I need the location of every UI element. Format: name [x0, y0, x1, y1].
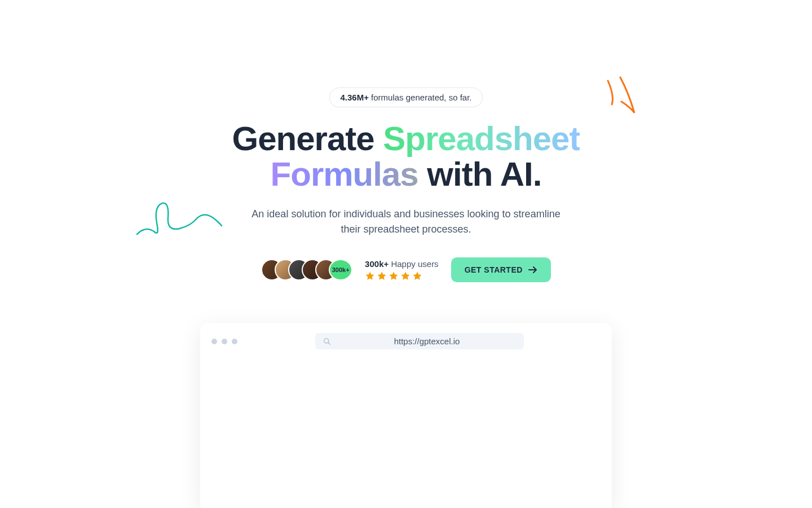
browser-body	[211, 349, 601, 502]
get-started-button[interactable]: GET STARTED	[451, 257, 551, 282]
rating-stars	[365, 271, 439, 281]
url-bar: https://gptexcel.io	[315, 333, 524, 349]
window-dot	[232, 339, 237, 344]
browser-toolbar: https://gptexcel.io	[211, 333, 601, 349]
star-icon	[389, 271, 399, 281]
star-icon	[412, 271, 422, 281]
decorative-scribble-right-icon	[603, 76, 643, 119]
cta-label: GET STARTED	[465, 265, 523, 274]
star-icon	[377, 271, 387, 281]
star-icon	[400, 271, 411, 281]
subheadline: An ideal solution for individuals and bu…	[248, 207, 564, 237]
stats-count: 4.36M+	[340, 93, 368, 102]
users-count: 300k+	[365, 259, 389, 269]
window-dot	[222, 339, 227, 344]
cta-row: 300k+ 300k+ Happy users GET STARTED	[261, 257, 551, 282]
avatar-count-badge: 300k+	[329, 259, 352, 281]
stats-suffix: formulas generated, so far.	[371, 93, 471, 102]
star-icon	[365, 271, 375, 281]
url-text: https://gptexcel.io	[338, 336, 516, 346]
search-icon	[323, 338, 331, 345]
headline-formulas: Formulas	[271, 155, 418, 193]
headline: Generate Spreadsheet Formulas with AI.	[232, 121, 580, 192]
arrow-right-icon	[528, 266, 537, 273]
stats-badge: 4.36M+ formulas generated, so far.	[329, 87, 482, 107]
user-avatars: 300k+	[261, 259, 352, 281]
decorative-scribble-left-icon	[134, 198, 224, 248]
users-info: 300k+ Happy users	[365, 259, 439, 281]
window-dot	[211, 339, 217, 344]
users-label: Happy users	[389, 259, 438, 269]
window-controls	[211, 339, 237, 344]
headline-spreadsheet: Spreadsheet	[383, 120, 580, 157]
users-text: 300k+ Happy users	[365, 259, 439, 269]
browser-mockup: https://gptexcel.io	[200, 323, 612, 508]
